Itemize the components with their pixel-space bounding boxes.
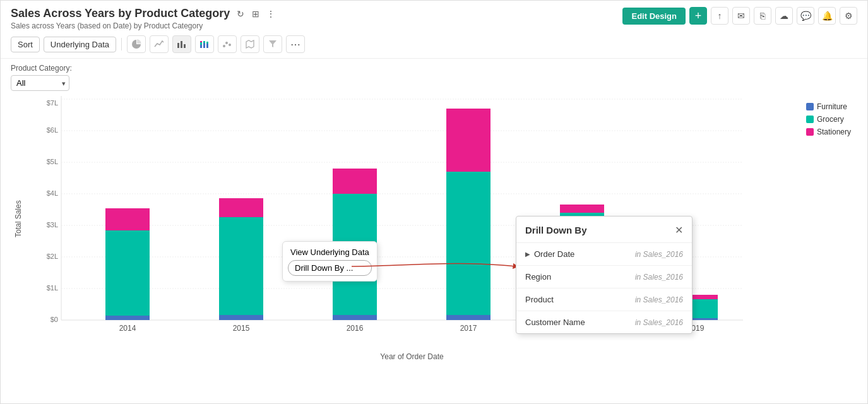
svg-text:2017: 2017: [460, 324, 477, 333]
drill-down-source-product: in Sales_2016: [635, 295, 683, 304]
svg-text:$7L: $7L: [47, 99, 58, 107]
more-options-icon[interactable]: ⋮: [265, 8, 276, 20]
svg-text:2014: 2014: [119, 324, 136, 333]
drill-down-label-customer-name: Customer Name: [525, 318, 585, 327]
svg-text:2015: 2015: [233, 324, 250, 333]
chart-legend: Furniture Grocery Stationery: [806, 102, 851, 136]
svg-rect-42: [446, 315, 490, 320]
settings-icon[interactable]: ⚙: [840, 7, 857, 25]
svg-rect-30: [105, 316, 150, 320]
page-header: Sales Across Years by Product Category ↻…: [1, 1, 867, 33]
svg-point-11: [225, 42, 228, 44]
svg-text:$6L: $6L: [47, 126, 58, 134]
legend-item-furniture: Furniture: [806, 102, 851, 111]
svg-rect-5: [200, 41, 202, 42]
chart-subtitle: Sales across Years (based on Date) by Pr…: [11, 21, 276, 30]
svg-rect-40: [333, 169, 377, 194]
svg-rect-6: [203, 43, 205, 48]
drill-down-item-customer-name[interactable]: Customer Name in Sales_2016: [516, 311, 692, 333]
legend-label-stationery: Stationery: [817, 128, 851, 136]
drill-arrow-icon: ▶: [525, 251, 530, 258]
legend-color-furniture: [806, 103, 814, 110]
svg-rect-34: [219, 315, 263, 320]
legend-item-stationery: Stationery: [806, 128, 851, 136]
header-actions: Edit Design + ↑ ✉ ⎘ ☁ 💬 🔔 ⚙: [622, 7, 857, 25]
drill-down-panel: Drill Down By ✕ ▶ Order Date in Sales_20…: [516, 216, 693, 334]
share-link-icon[interactable]: ⎘: [754, 7, 771, 25]
drill-down-item-order-date[interactable]: ▶ Order Date in Sales_2016: [516, 243, 692, 266]
share-icon[interactable]: ↑: [711, 7, 728, 25]
svg-rect-31: [105, 230, 150, 316]
product-category-select[interactable]: All Furniture Grocery Stationery: [11, 75, 69, 91]
drill-down-source-customer-name: in Sales_2016: [635, 318, 683, 327]
svg-rect-9: [206, 42, 208, 44]
svg-rect-35: [219, 217, 263, 315]
svg-text:$5L: $5L: [47, 158, 58, 165]
svg-rect-4: [200, 42, 202, 45]
stacked-bar-button[interactable]: [195, 35, 214, 53]
view-underlying-data-option[interactable]: View Underlying Data: [290, 246, 369, 259]
svg-rect-38: [333, 315, 377, 320]
context-tooltip: View Underlying Data Drill Down By ...: [282, 241, 378, 282]
legend-color-stationery: [806, 128, 814, 136]
edit-design-button[interactable]: Edit Design: [622, 8, 686, 25]
drill-down-item-product[interactable]: Product in Sales_2016: [516, 288, 692, 311]
layout-icon[interactable]: ⊞: [250, 8, 261, 20]
svg-point-10: [223, 45, 225, 47]
svg-rect-3: [200, 45, 202, 48]
svg-rect-48: [560, 205, 604, 213]
svg-rect-44: [446, 109, 490, 172]
legend-label-grocery: Grocery: [817, 115, 844, 124]
cloud-icon[interactable]: ☁: [775, 7, 793, 25]
filter-area: Product Category: All Furniture Grocery …: [1, 59, 867, 96]
title-section: Sales Across Years by Product Category ↻…: [11, 7, 276, 30]
drill-down-title: Drill Down By: [525, 225, 587, 235]
chart-toolbar: Sort Underlying Data ⋯: [1, 33, 867, 59]
scatter-button[interactable]: [218, 35, 237, 53]
page-title: Sales Across Years by Product Category: [11, 7, 230, 20]
svg-text:$2L: $2L: [47, 252, 58, 260]
svg-text:$1L: $1L: [47, 284, 58, 292]
sort-button[interactable]: Sort: [11, 37, 40, 52]
add-button[interactable]: +: [689, 7, 707, 25]
svg-text:$4L: $4L: [47, 189, 58, 197]
y-axis-label: Total Sales: [13, 96, 23, 342]
svg-rect-7: [203, 41, 205, 43]
drill-down-label-product: Product: [525, 295, 554, 304]
toolbar-separator: [121, 38, 122, 50]
legend-item-grocery: Grocery: [806, 115, 851, 124]
underlying-data-button[interactable]: Underlying Data: [44, 37, 116, 52]
svg-rect-8: [206, 44, 208, 48]
alert-icon[interactable]: 🔔: [818, 7, 836, 25]
x-axis-label: Year of Order Date: [42, 352, 782, 361]
line-chart-button[interactable]: [150, 35, 169, 53]
drill-down-label-region: Region: [525, 272, 551, 282]
email-icon[interactable]: ✉: [732, 7, 750, 25]
drill-down-by-option[interactable]: Drill Down By ...: [288, 260, 372, 276]
svg-rect-43: [446, 172, 490, 315]
pie-chart-button[interactable]: [127, 35, 146, 53]
drill-down-source-region: in Sales_2016: [635, 273, 683, 282]
svg-rect-0: [177, 43, 179, 48]
svg-rect-2: [184, 44, 186, 48]
svg-text:$3L: $3L: [47, 221, 58, 229]
filter-select-wrapper: All Furniture Grocery Stationery: [11, 75, 69, 91]
svg-rect-1: [181, 41, 182, 48]
refresh-icon[interactable]: ↻: [235, 8, 246, 20]
drill-down-close-button[interactable]: ✕: [675, 224, 683, 236]
legend-label-furniture: Furniture: [817, 102, 847, 111]
drill-down-item-region[interactable]: Region in Sales_2016: [516, 266, 692, 288]
bar-chart-button[interactable]: [172, 35, 191, 53]
map-chart-button[interactable]: [241, 35, 259, 53]
drill-down-source-order-date: in Sales_2016: [635, 250, 683, 259]
funnel-chart-button[interactable]: [263, 35, 282, 53]
drill-down-header: Drill Down By ✕: [516, 217, 692, 243]
svg-text:2016: 2016: [347, 324, 364, 333]
chart-area: Total Sales $0 $1L $2L $3L $4L $5L $6L $…: [11, 96, 857, 361]
more-chart-options-button[interactable]: ⋯: [286, 35, 305, 53]
svg-text:$0: $0: [51, 316, 58, 323]
chat-icon[interactable]: 💬: [797, 7, 814, 25]
svg-rect-32: [105, 208, 150, 230]
drill-down-label-order-date: Order Date: [534, 249, 574, 259]
svg-point-12: [229, 44, 231, 46]
